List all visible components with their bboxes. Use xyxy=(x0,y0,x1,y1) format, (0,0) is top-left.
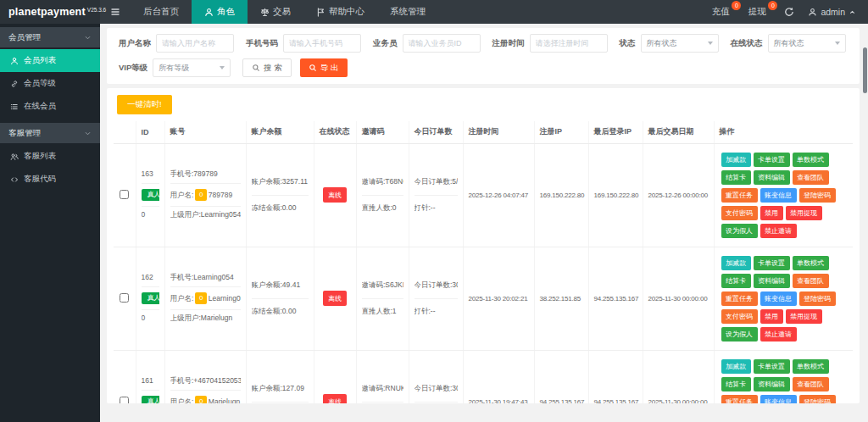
action-button[interactable]: 资料编辑 xyxy=(754,377,790,391)
action-button[interactable]: 加减款 xyxy=(721,359,751,374)
recharge-label: 充值 xyxy=(711,6,729,16)
sidebar-item[interactable]: 会员列表 xyxy=(0,49,100,72)
status-select[interactable]: 所有状态 xyxy=(641,34,719,53)
action-button[interactable]: 重置任务 xyxy=(721,292,758,306)
vip-label: VIP等级 xyxy=(119,63,147,74)
today-orders: 今日订单数:5/30 xyxy=(415,169,458,196)
action-button[interactable]: 卡单设置 xyxy=(754,153,790,167)
regtime-label: 注册时间 xyxy=(492,38,525,49)
nav-tab-3[interactable]: 帮助中心 xyxy=(303,0,377,24)
nav-tab-0[interactable]: 后台首页 xyxy=(131,0,192,24)
search-button[interactable]: 搜 索 xyxy=(242,58,292,77)
column-header: 最后登录IP xyxy=(588,121,643,143)
filter-online-status: 在线状态 所有状态 xyxy=(731,34,846,53)
status-label: 状态 xyxy=(620,38,636,49)
sidebar-item[interactable]: 会员等级 xyxy=(0,72,100,95)
action-button[interactable]: 查看团队 xyxy=(793,274,829,288)
row-checkbox[interactable] xyxy=(120,293,129,303)
action-button[interactable]: 禁止邀请 xyxy=(760,327,797,341)
action-buttons: 加减款卡单设置单数模式结算卡资料编辑查看团队重置任务账变信息登陆密码支付密码禁用… xyxy=(720,356,849,404)
action-button[interactable]: 设为假人 xyxy=(721,224,758,238)
nav-tab-2[interactable]: 交易 xyxy=(248,0,303,24)
scales-icon xyxy=(260,8,270,17)
action-button[interactable]: 登陆密码 xyxy=(799,188,836,203)
action-button[interactable]: 单数模式 xyxy=(793,153,829,167)
withdraw-link[interactable]: 提现 0 xyxy=(748,6,771,18)
action-button[interactable]: 加减款 xyxy=(721,153,751,167)
member-table-body: 163 真人 0 手机号:789789 用户名:0789789 上级用户:Lea… xyxy=(114,143,853,403)
action-button[interactable]: 禁用提现 xyxy=(786,206,822,220)
action-button[interactable]: 结算卡 xyxy=(721,170,751,185)
online-status-badge: 离线 xyxy=(323,394,347,403)
action-button[interactable]: 资料编辑 xyxy=(754,274,790,288)
filter-phone: 手机号码 xyxy=(246,34,361,53)
action-button[interactable]: 登陆密码 xyxy=(799,395,836,404)
action-button[interactable]: 结算卡 xyxy=(721,274,751,288)
action-button[interactable]: 支付密码 xyxy=(721,206,758,220)
action-button[interactable]: 登陆密码 xyxy=(799,292,836,306)
invite-code: 邀请码:S6JKDV xyxy=(362,273,403,299)
brand-name: planetpayment xyxy=(8,6,86,18)
member-frozen: 冻结金额:0.00 xyxy=(252,403,309,404)
action-button[interactable]: 禁用提现 xyxy=(786,309,822,324)
chevron-down-icon xyxy=(220,66,225,69)
action-button[interactable]: 支付密码 xyxy=(721,309,758,324)
table-row: 161 真人 0 手机号:+46704152053 用户名:0Marielugn… xyxy=(114,350,853,403)
action-button[interactable]: 禁用 xyxy=(760,309,783,324)
recharge-link[interactable]: 充值 0 xyxy=(711,6,734,18)
regtime-input[interactable] xyxy=(530,34,608,53)
member-phone: 手机号:+46704152053 xyxy=(170,373,241,391)
link-icon xyxy=(10,80,19,88)
salesman-input[interactable] xyxy=(403,34,481,53)
chevron-down-icon xyxy=(835,42,840,45)
action-button[interactable]: 卡单设置 xyxy=(754,359,790,374)
action-button[interactable]: 重置任务 xyxy=(721,188,758,203)
username-label: 用户名称 xyxy=(119,38,151,49)
flag-icon xyxy=(316,8,326,17)
sidebar-item[interactable]: 客服代码 xyxy=(0,168,100,191)
export-button[interactable]: 导 出 xyxy=(300,58,348,77)
online-status-select[interactable]: 所有状态 xyxy=(768,34,846,53)
action-button[interactable]: 查看团队 xyxy=(793,377,829,391)
search-icon xyxy=(252,64,260,72)
sidebar-item[interactable]: 客服列表 xyxy=(0,145,100,168)
nav-tab-1[interactable]: 角色 xyxy=(192,0,248,24)
action-button[interactable]: 禁止邀请 xyxy=(760,224,797,238)
user-menu[interactable]: admin xyxy=(808,7,856,17)
real-user-badge: 真人 xyxy=(142,396,159,403)
phone-input[interactable] xyxy=(283,34,361,53)
column-header xyxy=(114,121,136,143)
last-trade-date: 2025-11-30 00:00:00 xyxy=(643,247,714,350)
username-input[interactable] xyxy=(156,34,234,53)
clear-button[interactable]: 一键清时! xyxy=(117,95,172,114)
member-id: 162 xyxy=(142,269,159,288)
action-button[interactable]: 结算卡 xyxy=(721,377,751,391)
user-icon xyxy=(10,57,19,65)
action-button[interactable]: 卡单设置 xyxy=(754,256,790,270)
vip-select[interactable]: 所有等级 xyxy=(153,58,231,77)
last-login-ip: 94.255.135.167 xyxy=(588,247,643,350)
action-button[interactable]: 资料编辑 xyxy=(754,170,790,185)
action-button[interactable]: 账变信息 xyxy=(760,395,797,404)
action-button[interactable]: 账变信息 xyxy=(760,292,797,306)
action-button[interactable]: 重置任务 xyxy=(721,395,758,404)
filter-status: 状态 所有状态 xyxy=(620,34,719,53)
action-button[interactable]: 单数模式 xyxy=(793,359,829,374)
row-checkbox[interactable] xyxy=(120,397,129,404)
action-button[interactable]: 单数模式 xyxy=(793,256,829,270)
action-button[interactable]: 查看团队 xyxy=(793,170,829,185)
action-button[interactable]: 账变信息 xyxy=(760,188,797,203)
scrollbar-thumb[interactable] xyxy=(863,47,867,93)
nav-tab-4[interactable]: 系统管理 xyxy=(377,0,438,24)
sidebar-group-0[interactable]: 会员管理 xyxy=(0,27,100,47)
column-header: 今日订单数 xyxy=(409,121,463,143)
refresh-icon[interactable] xyxy=(784,7,794,17)
row-checkbox[interactable] xyxy=(120,190,129,199)
action-button[interactable]: 禁用 xyxy=(760,206,783,220)
code-icon xyxy=(10,175,19,184)
sidebar-item[interactable]: 在线会员 xyxy=(0,95,100,118)
sidebar-group-1[interactable]: 客服管理 xyxy=(0,123,100,143)
filter-regtime: 注册时间 xyxy=(492,34,608,53)
action-button[interactable]: 加减款 xyxy=(721,256,751,270)
action-button[interactable]: 设为假人 xyxy=(721,327,758,341)
